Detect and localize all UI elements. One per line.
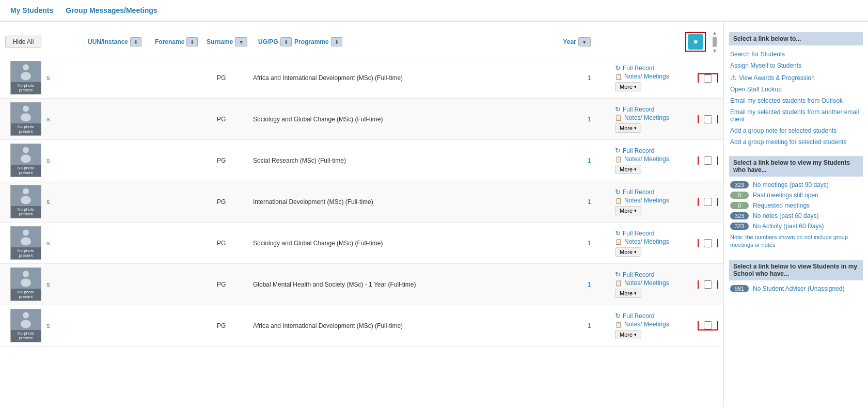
more-button-6[interactable]: More ▾ (615, 330, 641, 339)
notes-link-6[interactable]: 📋 Notes/ Meetings (615, 321, 698, 328)
svg-point-13 (21, 320, 31, 328)
year-link-3[interactable]: 1 (587, 198, 591, 206)
full-record-link-2[interactable]: ↻ Full Record (615, 147, 698, 154)
notes-link-4[interactable]: 📋 Notes/ Meetings (615, 238, 698, 245)
student-checkbox-4[interactable] (704, 239, 712, 247)
sidebar-link-group-note[interactable]: Add a group note for selected students (729, 125, 863, 136)
sort-uun[interactable]: ⬍ (130, 37, 141, 46)
uun-link-5[interactable]: s (46, 280, 50, 288)
stat-link-no-meetings[interactable]: No meetings (past 90 days) (753, 181, 829, 188)
more-chevron-icon: ▾ (634, 167, 637, 172)
svg-point-6 (23, 188, 29, 194)
sidebar-link-email-other[interactable]: Email my selected students from another … (729, 106, 863, 125)
no-photo-label: No photo present (11, 165, 41, 177)
student-ugpg: PG (217, 116, 253, 123)
refresh-icon: ↻ (615, 147, 621, 154)
student-programme: Social Research (MSc) (Full-time) (253, 157, 563, 164)
sort-year[interactable]: ▼ (578, 37, 591, 46)
student-programme: Sociology and Global Change (MSc) (Full-… (253, 240, 563, 247)
uun-link-4[interactable]: s (46, 239, 50, 247)
student-checkbox-cell-2 (698, 156, 718, 165)
uun-link-6[interactable]: s (46, 322, 50, 329)
sort-surname[interactable]: ▼ (235, 37, 247, 46)
stat-link-no-activity[interactable]: No Activity (past 60 Days) (753, 223, 824, 230)
select-all-button[interactable]: ■ (688, 34, 703, 50)
full-record-link-0[interactable]: ↻ Full Record (615, 64, 698, 72)
student-checkbox-cell-5 (698, 280, 718, 289)
student-checkbox-2[interactable] (704, 156, 712, 165)
year-link-0[interactable]: 1 (587, 74, 591, 82)
svg-point-11 (21, 278, 31, 287)
student-checkbox-1[interactable] (704, 115, 712, 123)
scroll-up-arrow[interactable]: ▲ (712, 30, 717, 36)
stat-link-no-notes[interactable]: No notes (past 60 days) (753, 212, 818, 219)
stat-link-past-open[interactable]: Past meetings still open (753, 192, 818, 199)
sidebar-link-group-meeting[interactable]: Add a group meeting for selected student… (729, 136, 863, 148)
student-photo-1: No photo present (5, 102, 46, 136)
uun-link-3[interactable]: s (46, 198, 50, 206)
student-year: 1 (563, 156, 615, 164)
sort-programme[interactable]: ⬍ (331, 37, 342, 46)
stat-link-requested[interactable]: Requested meetings (753, 202, 810, 209)
student-checkbox-3[interactable] (704, 198, 712, 206)
sidebar-stat-past-open: 0 Past meetings still open (729, 190, 863, 200)
sidebar-link-view-awards[interactable]: ⚠ View Awards & Progression (729, 71, 863, 84)
student-checkbox-0[interactable] (704, 74, 712, 83)
notes-link-5[interactable]: 📋 Notes/ Meetings (615, 279, 698, 287)
top-nav: My Students Group Messages/Meetings (0, 0, 868, 22)
sort-ugpg[interactable]: ⬍ (280, 37, 292, 46)
nav-my-students[interactable]: My Students (10, 6, 53, 14)
col-ugpg-label: UG/PG (258, 38, 278, 45)
year-link-2[interactable]: 1 (587, 156, 591, 164)
notes-link-0[interactable]: 📋 Notes/ Meetings (615, 73, 698, 80)
more-button-2[interactable]: More ▾ (615, 165, 641, 174)
sidebar-link-open-staff[interactable]: Open Staff Lookup (729, 84, 863, 95)
stat-badge-no-activity: 323 (730, 223, 749, 230)
full-record-link-4[interactable]: ↻ Full Record (615, 229, 698, 237)
student-programme: Global Mental Health and Society (MSc) -… (253, 281, 563, 288)
full-record-link-6[interactable]: ↻ Full Record (615, 312, 698, 320)
more-button-5[interactable]: More ▾ (615, 289, 641, 298)
student-year: 1 (563, 74, 615, 82)
full-record-link-3[interactable]: ↻ Full Record (615, 188, 698, 196)
year-link-6[interactable]: 1 (587, 322, 591, 329)
scroll-down-arrow[interactable]: ▼ (712, 48, 717, 54)
uun-link-1[interactable]: s (46, 115, 50, 123)
year-link-4[interactable]: 1 (587, 239, 591, 247)
more-button-4[interactable]: More ▾ (615, 247, 641, 257)
uun-link-2[interactable]: s (46, 156, 50, 164)
sidebar-link-email-outlook[interactable]: Email my selected students from Outlook (729, 95, 863, 106)
student-checkbox-5[interactable] (704, 280, 712, 289)
student-checkbox-cell-3 (698, 198, 718, 206)
sidebar: Select a link below to... Search for Stu… (723, 22, 868, 407)
notes-link-2[interactable]: 📋 Notes/ Meetings (615, 155, 698, 163)
full-record-link-1[interactable]: ↻ Full Record (615, 105, 698, 113)
student-checkbox-6[interactable] (704, 321, 712, 329)
more-button-1[interactable]: More ▾ (615, 123, 641, 133)
sidebar-link-assign-myself[interactable]: Assign Myself to Students (729, 60, 863, 71)
sidebar-link-search-students[interactable]: Search for Students (729, 49, 863, 60)
student-uun: s (46, 239, 114, 247)
student-uun: s (46, 280, 114, 288)
year-link-1[interactable]: 1 (587, 115, 591, 123)
more-chevron-icon: ▾ (634, 291, 637, 296)
notes-link-1[interactable]: 📋 Notes/ Meetings (615, 114, 698, 121)
col-uun-label: UUN/Instance (88, 38, 128, 45)
refresh-icon: ↻ (615, 271, 621, 278)
sidebar-stat-no-meetings: 323 No meetings (past 90 days) (729, 180, 863, 190)
school-stat-link-no-adviser[interactable]: No Student Adviser (Unassigned) (753, 285, 844, 292)
full-record-link-5[interactable]: ↻ Full Record (615, 271, 698, 278)
nav-group-messages[interactable]: Group Messages/Meetings (66, 6, 157, 14)
hide-all-button[interactable]: Hide All (5, 36, 41, 48)
more-button-3[interactable]: More ▾ (615, 206, 641, 215)
stat-badge-no-meetings: 323 (730, 181, 749, 188)
scroll-thumb (713, 37, 717, 47)
student-ugpg: PG (217, 281, 253, 288)
more-button-0[interactable]: More ▾ (615, 82, 641, 91)
year-link-5[interactable]: 1 (587, 280, 591, 288)
more-chevron-icon: ▾ (634, 208, 637, 213)
warning-icon: ⚠ (730, 73, 739, 82)
sort-forename[interactable]: ⬍ (186, 37, 198, 46)
uun-link-0[interactable]: s (46, 74, 50, 82)
notes-link-3[interactable]: 📋 Notes/ Meetings (615, 197, 698, 204)
